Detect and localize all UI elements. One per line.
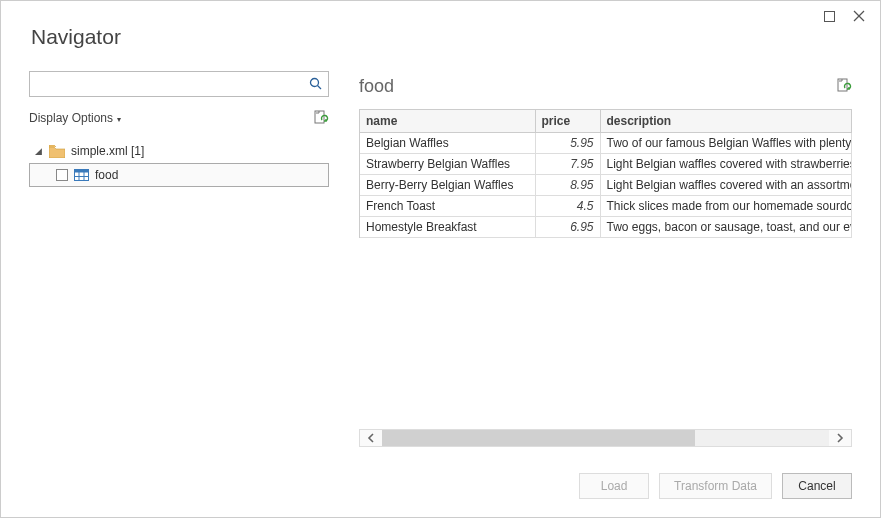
table-row[interactable]: Belgian Waffles 5.95 Two of our famous B…	[360, 133, 852, 154]
search-icon[interactable]	[304, 77, 328, 91]
col-header-price[interactable]: price	[535, 110, 600, 133]
refresh-icon[interactable]	[313, 110, 329, 126]
scroll-left-icon[interactable]	[360, 430, 382, 446]
cancel-button[interactable]: Cancel	[782, 473, 852, 499]
table-row[interactable]: Berry-Berry Belgian Waffles 8.95 Light B…	[360, 175, 852, 196]
tree-item-food[interactable]: food	[29, 163, 329, 187]
search-input[interactable]	[30, 72, 304, 96]
folder-icon	[49, 145, 65, 158]
table-icon	[74, 169, 89, 181]
display-options-label: Display Options	[29, 111, 113, 125]
preview-title: food	[359, 76, 394, 97]
search-input-container	[29, 71, 329, 97]
tree-item-label: food	[95, 168, 118, 182]
table-row[interactable]: Homestyle Breakfast 6.95 Two eggs, bacon…	[360, 217, 852, 238]
refresh-preview-icon[interactable]	[836, 78, 852, 94]
scroll-right-icon[interactable]	[829, 430, 851, 446]
close-icon[interactable]	[852, 9, 866, 23]
page-title: Navigator	[31, 25, 121, 49]
svg-rect-7	[75, 170, 89, 173]
expand-caret-icon[interactable]: ◢	[33, 146, 43, 156]
load-button[interactable]: Load	[579, 473, 649, 499]
display-options-dropdown[interactable]: Display Options ▾	[29, 111, 121, 125]
horizontal-scrollbar[interactable]	[359, 429, 852, 447]
scrollbar-thumb[interactable]	[382, 430, 695, 446]
chevron-down-icon: ▾	[117, 115, 121, 124]
svg-point-3	[311, 79, 319, 87]
col-header-description[interactable]: description	[600, 110, 852, 133]
table-row[interactable]: French Toast 4.5 Thick slices made from …	[360, 196, 852, 217]
svg-rect-0	[824, 11, 834, 21]
svg-line-4	[318, 86, 322, 90]
tree-root-label: simple.xml [1]	[71, 144, 144, 158]
preview-table: name price description Belgian Waffles 5…	[359, 109, 852, 238]
tree-item-checkbox[interactable]	[56, 169, 68, 181]
tree-root[interactable]: ◢ simple.xml [1]	[29, 139, 329, 163]
col-header-name[interactable]: name	[360, 110, 535, 133]
maximize-icon[interactable]	[822, 9, 836, 23]
scrollbar-track[interactable]	[382, 430, 829, 446]
transform-data-button[interactable]: Transform Data	[659, 473, 772, 499]
table-row[interactable]: Strawberry Belgian Waffles 7.95 Light Be…	[360, 154, 852, 175]
